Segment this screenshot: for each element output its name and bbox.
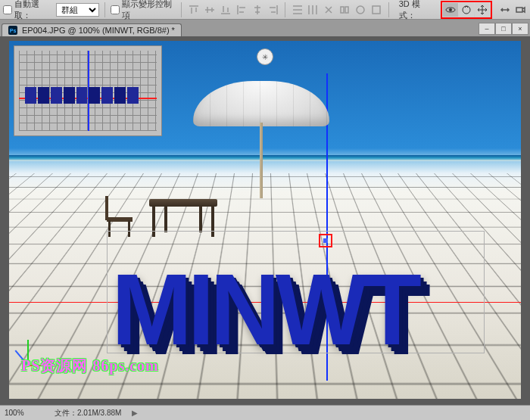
distribute-left-icon <box>338 3 351 17</box>
3d-mode-group <box>441 1 492 19</box>
3d-slide-button[interactable] <box>498 3 512 17</box>
distribute-hcenter-icon <box>354 3 367 17</box>
separator <box>285 2 285 17</box>
3d-mode-label: 3D 模式： <box>399 0 435 21</box>
separator <box>181 2 182 17</box>
align-vcenter-icon <box>203 3 216 17</box>
canvas-viewport[interactable]: MINWT ✳ PS资源网 86ps.com <box>9 41 521 399</box>
auto-select-dropdown[interactable]: 群組 <box>56 3 99 17</box>
close-button[interactable]: × <box>512 23 528 35</box>
umbrella-object <box>193 73 329 202</box>
auto-select-checkbox[interactable]: 自動選取： <box>3 0 53 21</box>
ps-icon: Ps <box>8 26 17 35</box>
align-top-icon <box>187 3 200 17</box>
status-menu-icon[interactable]: ▶ <box>132 409 138 417</box>
distribute-top-icon <box>291 3 304 17</box>
distribute-right-icon <box>370 3 383 17</box>
view-widget[interactable]: ✳ <box>257 48 273 65</box>
navigator-preview <box>25 87 139 104</box>
minimize-button[interactable]: – <box>479 23 495 35</box>
canvas[interactable]: MINWT ✳ PS资源网 86ps.com <box>9 41 521 399</box>
show-transform-checkbox[interactable]: 顯示變形控制項 <box>111 0 176 21</box>
align-right-icon <box>267 3 279 17</box>
distribute-bottom-icon <box>323 3 335 17</box>
svg-point-5 <box>463 6 470 14</box>
options-bar: 自動選取： 群組 顯示變形控制項 3D 模式： <box>0 0 530 20</box>
3d-camera-icon[interactable] <box>513 3 527 17</box>
separator <box>388 2 389 17</box>
separator <box>104 2 105 17</box>
navigator-panel[interactable] <box>14 45 162 136</box>
3d-roll-button[interactable] <box>459 3 474 17</box>
svg-point-4 <box>449 8 452 11</box>
restore-button[interactable]: □ <box>495 23 512 35</box>
watermark-text: PS资源网 86ps.com <box>21 356 159 376</box>
align-left-icon <box>235 3 248 17</box>
3d-orbit-button[interactable] <box>443 3 458 17</box>
document-tab[interactable]: Ps EP004.JPG @ 100% (MINWT, RGB/8#) * <box>2 23 182 36</box>
3d-text-layer[interactable]: MINWT <box>111 235 480 349</box>
align-bottom-icon <box>219 3 232 17</box>
svg-rect-1 <box>345 7 348 13</box>
auto-select-label: 自動選取： <box>14 0 53 21</box>
3d-pivot-handle[interactable] <box>319 234 332 247</box>
svg-point-2 <box>357 6 364 14</box>
3d-pan-button[interactable] <box>475 3 490 17</box>
zoom-level[interactable]: 100% <box>5 409 44 417</box>
tab-title: EP004.JPG @ 100% (MINWT, RGB/8#) * <box>22 26 175 35</box>
document-tabs: Ps EP004.JPG @ 100% (MINWT, RGB/8#) * – … <box>0 20 530 36</box>
svg-rect-6 <box>516 8 522 12</box>
doc-info: 文件：2.01M/3.88M <box>55 408 121 418</box>
status-bar: 100% 文件：2.01M/3.88M ▶ <box>0 405 530 420</box>
align-hcenter-icon <box>251 3 263 17</box>
show-transform-label: 顯示變形控制項 <box>122 0 176 21</box>
svg-rect-0 <box>341 7 344 13</box>
3d-text-content: MINWT <box>111 269 417 351</box>
distribute-vcenter-icon <box>307 3 320 17</box>
document-window: MINWT ✳ PS资源网 86ps.com 100% 文件：2 <box>0 36 530 420</box>
